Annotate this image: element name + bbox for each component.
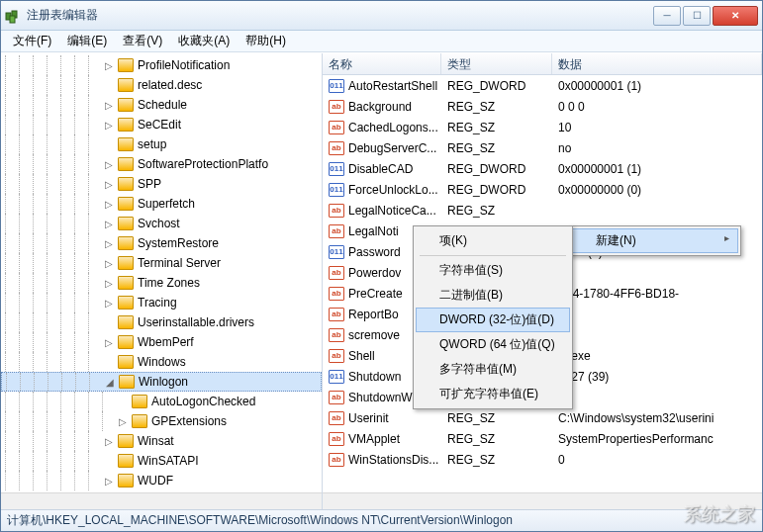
tree-row[interactable]: Windows	[1, 352, 322, 372]
value-icon: 011	[329, 245, 344, 259]
tree-row[interactable]: ▷Superfetch	[1, 194, 322, 214]
tree-row[interactable]: ▷ProfileNotification	[1, 55, 322, 75]
tree-expander-icon[interactable]: ▷	[102, 256, 116, 270]
tree-row[interactable]: ▷WUDF	[1, 471, 322, 490]
ctx-item[interactable]: 字符串值(S)	[416, 258, 570, 283]
tree-row[interactable]: ▷SeCEdit	[1, 115, 322, 134]
tree-expander-icon[interactable]: ▷	[102, 217, 116, 230]
menu-item[interactable]: 文件(F)	[5, 31, 59, 51]
menu-item[interactable]: 查看(V)	[115, 31, 170, 51]
ctx-item[interactable]: QWORD (64 位)值(Q)	[416, 332, 570, 357]
tree-expander-icon[interactable]: ▷	[102, 296, 116, 310]
tree-row[interactable]: related.desc	[1, 75, 322, 95]
folder-icon	[118, 78, 134, 92]
ctx-item[interactable]: 二进制值(B)	[416, 283, 570, 308]
tree-row[interactable]: ▷Svchost	[1, 214, 322, 233]
titlebar[interactable]: 注册表编辑器 ─ ☐ ✕	[1, 1, 762, 31]
tree-expander-icon[interactable]: ▷	[116, 414, 130, 428]
tree-expander-icon[interactable]: ▷	[102, 335, 116, 349]
tree-row[interactable]: WinSATAPI	[1, 451, 322, 471]
value-type: REG_DWORD	[441, 183, 552, 197]
tree-expander-icon[interactable]	[102, 355, 116, 369]
list-scrollbar-h[interactable]	[323, 492, 762, 509]
tree-expander-icon[interactable]	[102, 454, 116, 468]
tree-expander-icon[interactable]: ▷	[102, 177, 116, 191]
menu-item[interactable]: 编辑(E)	[59, 31, 115, 51]
tree-expander-icon[interactable]: ▷	[102, 118, 116, 132]
folder-icon	[118, 177, 134, 191]
tree-expander-icon[interactable]: ▷	[102, 434, 116, 448]
tree-row[interactable]: ▷SystemRestore	[1, 233, 322, 253]
ctx-item[interactable]: 新建(N)	[572, 228, 738, 253]
close-button[interactable]: ✕	[713, 6, 758, 26]
tree-row[interactable]: ▷WbemPerf	[1, 332, 322, 352]
tree-expander-icon[interactable]: ▷	[102, 236, 116, 250]
value-type: REG_SZ	[441, 100, 552, 114]
tree-row[interactable]: ▷SoftwareProtectionPlatfo	[1, 154, 322, 174]
col-name[interactable]: 名称	[323, 53, 441, 74]
value-icon: ab	[329, 266, 344, 280]
col-data[interactable]: 数据	[552, 53, 762, 74]
ctx-item[interactable]: 多字符串值(M)	[416, 357, 570, 382]
list-row[interactable]: abLegalNoticeCa...REG_SZ	[323, 200, 762, 221]
ctx-item[interactable]: 项(K)	[416, 228, 570, 253]
tree-label: Terminal Server	[138, 256, 221, 270]
col-type[interactable]: 类型	[441, 53, 552, 74]
tree-row[interactable]: Userinstallable.drivers	[1, 312, 322, 332]
list-row[interactable]: abUserinitREG_SZC:\Windows\system32\user…	[323, 407, 762, 428]
maximize-button[interactable]: ☐	[683, 6, 711, 26]
tree-row[interactable]: setup	[1, 134, 322, 154]
menu-item[interactable]: 帮助(H)	[238, 31, 294, 51]
tree-expander-icon[interactable]: ▷	[102, 58, 116, 72]
tree-row[interactable]: ◢Winlogon	[1, 372, 322, 392]
tree-row[interactable]: ▷SPP	[1, 174, 322, 194]
tree-row[interactable]: ▷Winsat	[1, 431, 322, 451]
list-header[interactable]: 名称 类型 数据	[323, 53, 762, 75]
list-row[interactable]: abVMAppletREG_SZSystemPropertiesPerforma…	[323, 428, 762, 449]
value-icon: ab	[329, 141, 344, 155]
value-name: Userinit	[348, 411, 389, 425]
value-name: WinStationsDis...	[348, 453, 438, 467]
tree-label: Svchost	[138, 217, 180, 230]
value-name: DebugServerC...	[348, 141, 436, 155]
window-title: 注册表编辑器	[27, 7, 651, 24]
tree-expander-icon[interactable]	[102, 78, 116, 92]
tree-pane[interactable]: ▷ProfileNotificationrelated.desc▷Schedul…	[1, 53, 323, 509]
value-icon: ab	[329, 287, 344, 301]
tree-expander-icon[interactable]	[102, 137, 116, 151]
tree-expander-icon[interactable]: ▷	[102, 474, 116, 488]
list-row[interactable]: 011ForceUnlockLo...REG_DWORD0x00000000 (…	[323, 179, 762, 200]
tree-label: SPP	[138, 177, 161, 191]
value-icon: ab	[329, 432, 344, 446]
tree-expander-icon[interactable]: ▷	[102, 276, 116, 290]
tree-expander-icon[interactable]: ◢	[103, 375, 117, 389]
list-row[interactable]: abDebugServerC...REG_SZno	[323, 137, 762, 158]
tree-row[interactable]: ▷Tracing	[1, 293, 322, 312]
tree-row[interactable]: ▷Schedule	[1, 95, 322, 115]
list-row[interactable]: 011AutoRestartShellREG_DWORD0x00000001 (…	[323, 75, 762, 96]
minimize-button[interactable]: ─	[653, 6, 681, 26]
tree-scrollbar-h[interactable]	[1, 492, 322, 509]
tree-row[interactable]: AutoLogonChecked	[1, 392, 322, 411]
context-menu-parent[interactable]: 新建(N)	[569, 225, 741, 256]
context-menu-new[interactable]: 项(K)字符串值(S)二进制值(B)DWORD (32-位)值(D)QWORD …	[413, 225, 573, 409]
value-type: REG_SZ	[441, 141, 552, 155]
ctx-item[interactable]: 可扩充字符串值(E)	[416, 382, 570, 406]
tree-label: Winlogon	[139, 375, 188, 389]
tree-row[interactable]: ▷Time Zones	[1, 273, 322, 293]
tree-expander-icon[interactable]: ▷	[102, 157, 116, 171]
list-row[interactable]: abCachedLogons...REG_SZ10	[323, 117, 762, 137]
menu-item[interactable]: 收藏夹(A)	[170, 31, 238, 51]
list-row[interactable]: abWinStationsDis...REG_SZ0	[323, 449, 762, 470]
tree-label: WinSATAPI	[138, 454, 199, 468]
ctx-item[interactable]: DWORD (32-位)值(D)	[416, 308, 570, 332]
tree-row[interactable]: ▷Terminal Server	[1, 253, 322, 273]
list-row[interactable]: abBackgroundREG_SZ0 0 0	[323, 96, 762, 117]
tree-expander-icon[interactable]	[102, 315, 116, 329]
value-data: 0027 (39)	[552, 370, 762, 384]
tree-expander-icon[interactable]: ▷	[102, 98, 116, 112]
tree-expander-icon[interactable]: ▷	[102, 197, 116, 211]
list-row[interactable]: 011DisableCADREG_DWORD0x00000001 (1)	[323, 158, 762, 179]
tree-expander-icon[interactable]	[116, 395, 130, 408]
tree-row[interactable]: ▷GPExtensions	[1, 411, 322, 431]
